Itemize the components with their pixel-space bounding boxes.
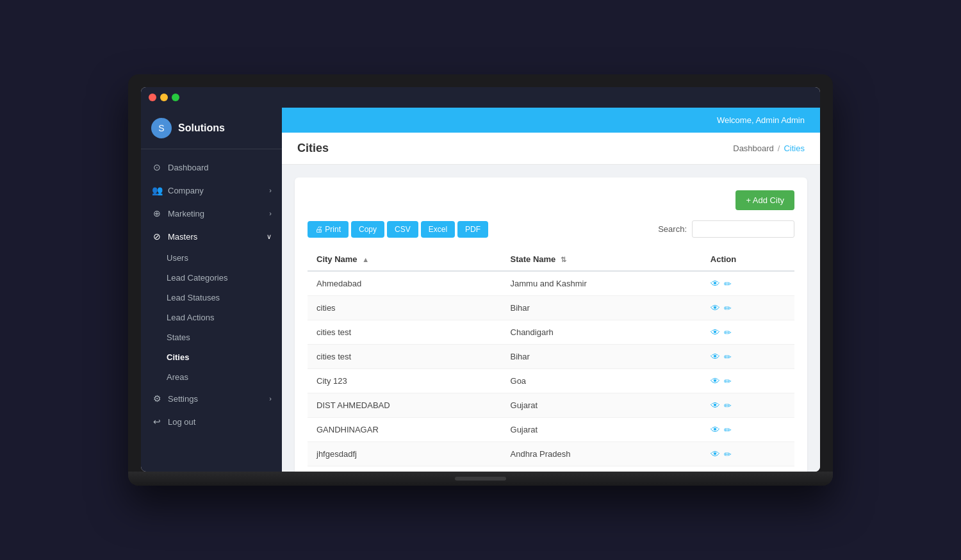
sidebar-item-states[interactable]: States [141, 327, 282, 347]
action-cell: 👁 ✏ [702, 393, 794, 418]
search-label: Search: [658, 224, 687, 234]
content-area: + Add City 🖨 Print Copy CSV Excel PDF [282, 165, 820, 472]
edit-icon[interactable]: ✏ [724, 352, 732, 362]
settings-icon: ⚙ [151, 393, 163, 404]
city-name-cell: GANDHINAGAR [308, 418, 502, 442]
logo-text: Solutions [178, 122, 225, 134]
logout-icon: ↩ [151, 416, 163, 427]
sidebar-sub-label: Users [167, 253, 188, 263]
view-icon[interactable]: 👁 [710, 327, 720, 338]
sidebar-item-marketing[interactable]: ⊕ Marketing › [141, 202, 282, 225]
marketing-icon: ⊕ [151, 208, 163, 218]
sidebar-item-settings[interactable]: ⚙ Settings › [141, 387, 282, 410]
sidebar-item-label: Log out [168, 417, 195, 427]
sidebar-item-company[interactable]: 👥 Company › [141, 179, 282, 202]
city-name-cell: cities test [308, 320, 502, 345]
maximize-dot[interactable] [172, 94, 179, 101]
city-name-cell: City 123 [308, 369, 502, 393]
card-toolbar: + Add City [308, 190, 794, 210]
action-icons: 👁 ✏ [710, 449, 785, 459]
table-row: cities test Bihar 👁 ✏ [308, 345, 794, 369]
edit-icon[interactable]: ✏ [724, 279, 732, 289]
action-icons: 👁 ✏ [710, 375, 785, 386]
column-label: State Name [511, 254, 556, 264]
column-label: Action [710, 254, 736, 264]
table-row: GANDHINAGAR Gujarat 👁 ✏ [308, 418, 794, 442]
sidebar-sub-label: Lead Actions [167, 313, 214, 322]
view-icon[interactable]: 👁 [710, 278, 720, 289]
breadcrumb-separator: / [778, 144, 780, 153]
laptop-screen: S Solutions ⊙ Dashboard 👥 Company › ⊕ [141, 87, 820, 472]
city-name-cell: cities [308, 296, 502, 320]
sidebar-item-masters[interactable]: ⊘ Masters ∨ [141, 225, 282, 248]
table-controls: 🖨 Print Copy CSV Excel PDF Search: [308, 220, 794, 238]
sidebar-item-lead-statuses[interactable]: Lead Statuses [141, 288, 282, 308]
view-icon[interactable]: 👁 [710, 424, 720, 435]
view-icon[interactable]: 👁 [710, 375, 720, 386]
view-icon[interactable]: 👁 [710, 351, 720, 362]
action-cell: 👁 ✏ [702, 345, 794, 369]
action-icons: 👁 ✏ [710, 278, 785, 289]
sidebar-item-users[interactable]: Users [141, 248, 282, 268]
breadcrumb-current: Cities [784, 144, 805, 153]
laptop-base [128, 472, 833, 486]
dashboard-icon: ⊙ [151, 162, 163, 172]
sidebar-item-cities[interactable]: Cities [141, 347, 282, 367]
sidebar-item-logout[interactable]: ↩ Log out [141, 410, 282, 433]
table-row: jhfgesdadfj Andhra Pradesh 👁 ✏ [308, 442, 794, 466]
action-cell: 👁 ✏ [702, 320, 794, 345]
view-icon[interactable]: 👁 [710, 449, 720, 459]
action-cell: 👁 ✏ [702, 271, 794, 296]
chevron-right-icon: › [269, 210, 272, 217]
city-name-cell: Ahmedabad [308, 271, 502, 296]
edit-icon[interactable]: ✏ [724, 303, 732, 313]
cities-table: City Name ▲ State Name ⇅ Action [308, 248, 794, 466]
sidebar-item-lead-actions[interactable]: Lead Actions [141, 308, 282, 327]
sidebar-logo: S Solutions [141, 108, 282, 149]
edit-icon[interactable]: ✏ [724, 327, 732, 338]
action-icons: 👁 ✏ [710, 400, 785, 411]
copy-button[interactable]: Copy [351, 221, 384, 238]
sidebar-item-lead-categories[interactable]: Lead Categories [141, 268, 282, 288]
pdf-button[interactable]: PDF [457, 221, 488, 238]
edit-icon[interactable]: ✏ [724, 376, 732, 386]
city-name-cell: cities test [308, 345, 502, 369]
chevron-down-icon: ∨ [267, 233, 272, 241]
sidebar-sub-label: Cities [167, 352, 189, 362]
sidebar-item-areas[interactable]: Areas [141, 367, 282, 387]
sidebar-item-label: Company [168, 186, 204, 195]
logo-avatar: S [151, 118, 172, 138]
chevron-right-icon: › [269, 395, 272, 402]
app-container: S Solutions ⊙ Dashboard 👥 Company › ⊕ [141, 108, 820, 472]
masters-icon: ⊘ [151, 231, 163, 242]
minimize-dot[interactable] [160, 94, 168, 101]
add-city-button[interactable]: + Add City [735, 190, 794, 210]
state-name-cell: Jammu and Kashmir [502, 271, 702, 296]
column-city-name[interactable]: City Name ▲ [308, 248, 502, 271]
sidebar-item-label: Marketing [168, 209, 204, 218]
state-name-cell: Gujarat [502, 393, 702, 418]
excel-button[interactable]: Excel [421, 221, 455, 238]
action-cell: 👁 ✏ [702, 369, 794, 393]
sidebar-item-dashboard[interactable]: ⊙ Dashboard [141, 156, 282, 179]
close-dot[interactable] [149, 94, 156, 101]
print-button[interactable]: 🖨 Print [308, 221, 349, 238]
search-input[interactable] [692, 220, 794, 238]
column-state-name[interactable]: State Name ⇅ [502, 248, 702, 271]
state-name-cell: Gujarat [502, 418, 702, 442]
action-icons: 👁 ✏ [710, 351, 785, 362]
edit-icon[interactable]: ✏ [724, 449, 732, 459]
topbar: Welcome, Admin Admin [282, 108, 820, 133]
sidebar: S Solutions ⊙ Dashboard 👥 Company › ⊕ [141, 108, 282, 472]
view-icon[interactable]: 👁 [710, 302, 720, 313]
view-icon[interactable]: 👁 [710, 400, 720, 411]
titlebar [141, 87, 820, 108]
csv-button[interactable]: CSV [387, 221, 418, 238]
edit-icon[interactable]: ✏ [724, 400, 732, 411]
state-name-cell: Goa [502, 369, 702, 393]
page-title: Cities [297, 142, 329, 155]
sidebar-nav: ⊙ Dashboard 👥 Company › ⊕ Marketing › [141, 149, 282, 472]
edit-icon[interactable]: ✏ [724, 425, 732, 435]
action-icons: 👁 ✏ [710, 327, 785, 338]
breadcrumb-parent[interactable]: Dashboard [733, 144, 774, 153]
